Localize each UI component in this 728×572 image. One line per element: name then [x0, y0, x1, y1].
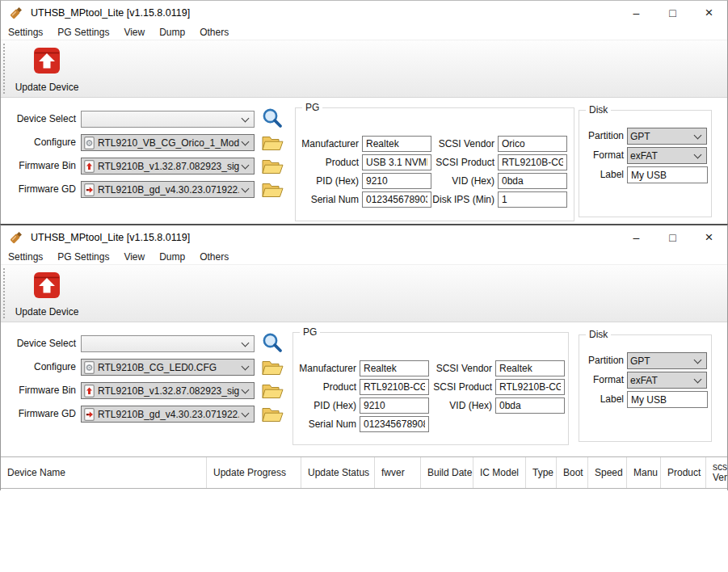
menu-item-others[interactable]: Others — [192, 251, 236, 263]
menu-item-view[interactable]: View — [116, 27, 152, 38]
column-header-device-name[interactable]: Device Name — [1, 457, 207, 488]
chevron-down-icon — [242, 409, 250, 417]
chevron-down-icon — [242, 114, 250, 122]
chevron-down-icon — [694, 355, 702, 364]
column-header-manu[interactable]: Manu — [627, 457, 661, 488]
scsi-vendor-input[interactable] — [498, 136, 567, 152]
vid-hex-input[interactable] — [498, 173, 567, 189]
combo-value: RTL9210B_gd_v4.30.23.071922.bin — [98, 409, 239, 420]
menu-item-view[interactable]: View — [116, 251, 152, 263]
partition-label: Partition — [581, 352, 624, 369]
combo-value: RTL9210_VB_CG_Orico_1_Mod.cfg — [98, 137, 239, 149]
menu-item-pg-settings[interactable]: PG Settings — [50, 251, 116, 263]
device-select-combo[interactable] — [81, 111, 255, 128]
toolbar-gripper[interactable] — [3, 44, 5, 94]
column-header-ic-model[interactable]: IC Model — [473, 457, 526, 488]
firmware-gd-combo[interactable]: RTL9210B_gd_v4.30.23.071922.bin — [81, 406, 255, 423]
update-device-icon — [31, 45, 63, 79]
column-header-update-status[interactable]: Update Status — [301, 457, 375, 488]
browse-firmware-gd-button[interactable] — [259, 403, 285, 426]
folder-icon — [262, 135, 284, 152]
menu-item-dump[interactable]: Dump — [152, 27, 192, 38]
format-label: Format — [581, 147, 624, 164]
firmware-gd-combo[interactable]: RTL9210B_gd_v4.30.23.071922.bin — [81, 181, 255, 198]
pid-hex-label: PID (Hex) — [299, 173, 359, 189]
update-device-button[interactable]: Update Device — [10, 43, 84, 95]
menu-item-settings[interactable]: Settings — [1, 27, 50, 38]
browse-firmware-bin-button[interactable] — [259, 155, 285, 178]
vid-hex-input[interactable] — [495, 397, 565, 414]
pg-groupbox-title: PG — [302, 102, 322, 113]
column-header-scsi-vendor[interactable]: scsi Ven — [706, 457, 727, 488]
pg-groupbox: PG Manufacturer SCSI Vendor Product SCSI… — [292, 332, 569, 445]
column-header-boot[interactable]: Boot — [557, 457, 588, 488]
maximize-button[interactable]: □ — [654, 225, 691, 250]
volume-label-input[interactable] — [627, 166, 708, 183]
update-device-icon — [31, 270, 63, 304]
partition-select[interactable]: GPT — [627, 352, 707, 369]
folder-icon — [262, 383, 284, 400]
serial-num-input[interactable] — [360, 416, 429, 432]
column-header-product[interactable]: Product — [661, 457, 706, 488]
disk-ips-input[interactable] — [498, 191, 567, 208]
manufacturer-input[interactable] — [360, 360, 429, 376]
menu-item-dump[interactable]: Dump — [152, 251, 192, 263]
device-select-label: Device Select — [1, 111, 76, 128]
update-device-button[interactable]: Update Device — [10, 267, 84, 320]
minimize-button[interactable]: – — [618, 1, 654, 25]
format-select[interactable]: exFAT — [627, 372, 707, 389]
column-header-speed[interactable]: Speed — [588, 457, 627, 488]
scsi-vendor-input[interactable] — [495, 360, 565, 376]
close-button[interactable]: × — [691, 225, 727, 250]
close-button[interactable]: × — [691, 1, 727, 25]
browse-firmware-gd-button[interactable] — [259, 179, 285, 201]
window-controls: – □ × — [618, 225, 727, 250]
chevron-down-icon — [242, 184, 250, 192]
column-header-type[interactable]: Type — [526, 457, 557, 488]
menu-item-settings[interactable]: Settings — [1, 251, 50, 263]
configure-label: Configure — [1, 134, 76, 151]
scsi-product-input[interactable] — [498, 154, 567, 170]
serial-num-input[interactable] — [362, 191, 431, 208]
minimize-button[interactable]: – — [618, 225, 654, 250]
column-header-build-date[interactable]: Build Date — [421, 457, 473, 488]
firmware-bin-combo[interactable]: RTL9210B_v1.32.87.082923_signed. — [81, 382, 255, 399]
column-header-fwver[interactable]: fwver — [375, 457, 421, 488]
title-bar[interactable]: UTHSB_MPtool_Lite [v1.15.8.0119] – □ × — [1, 1, 727, 25]
configure-combo[interactable]: RTL9210B_CG_LED0.CFG — [81, 359, 255, 376]
scsi-product-input[interactable] — [495, 379, 565, 395]
chevron-down-icon — [242, 385, 250, 393]
format-select[interactable]: exFAT — [627, 147, 707, 164]
folder-icon — [262, 360, 284, 376]
vid-hex-label: VID (Hex) — [431, 173, 494, 189]
device-select-combo[interactable] — [81, 335, 255, 352]
browse-configure-button[interactable] — [259, 356, 285, 379]
menu-item-others[interactable]: Others — [192, 27, 236, 38]
partition-select[interactable]: GPT — [627, 128, 707, 145]
product-input[interactable] — [360, 379, 429, 395]
menu-bar: Settings PG Settings View Dump Others — [1, 25, 727, 40]
firmware-gd-label: Firmware GD — [1, 406, 76, 423]
pid-hex-input[interactable] — [362, 173, 431, 189]
combo-value: GPT — [630, 131, 692, 142]
firmware-file-icon — [84, 160, 95, 173]
browse-firmware-bin-button[interactable] — [259, 380, 285, 402]
config-file-icon — [84, 361, 95, 374]
configure-combo[interactable]: RTL9210_VB_CG_Orico_1_Mod.cfg — [81, 134, 255, 151]
device-search-button[interactable] — [259, 332, 285, 355]
toolbar: Update Device — [1, 40, 727, 98]
manufacturer-label: Manufacturer — [299, 136, 359, 152]
manufacturer-input[interactable] — [362, 136, 431, 152]
menu-item-pg-settings[interactable]: PG Settings — [50, 27, 116, 38]
firmware-bin-combo[interactable]: RTL9210B_v1.32.87.082923_signed. — [81, 158, 255, 175]
pid-hex-input[interactable] — [360, 397, 429, 414]
product-input[interactable] — [362, 154, 431, 170]
combo-value: RTL9210B_v1.32.87.082923_signed. — [98, 161, 239, 172]
title-bar[interactable]: UTHSB_MPtool_Lite [v1.15.8.0119] – □ × — [1, 225, 727, 250]
device-search-button[interactable] — [259, 107, 285, 130]
browse-configure-button[interactable] — [259, 132, 285, 154]
maximize-button[interactable]: □ — [654, 1, 691, 25]
column-header-update-progress[interactable]: Update Progress — [207, 457, 301, 488]
toolbar-gripper[interactable] — [3, 268, 5, 318]
volume-label-input[interactable] — [627, 391, 708, 408]
